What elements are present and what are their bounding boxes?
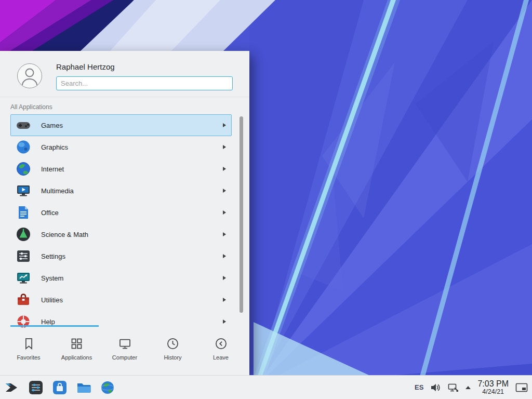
show-desktop-icon xyxy=(515,382,528,393)
list-scrollbar[interactable] xyxy=(240,116,243,313)
grid-icon xyxy=(70,337,84,351)
category-settings[interactable]: Settings xyxy=(10,245,232,267)
section-label: All Applications xyxy=(10,103,52,111)
discover-software-center-icon[interactable] xyxy=(52,380,68,395)
tab-computer[interactable]: Computer xyxy=(104,332,145,370)
application-launcher-menu: Raphael Hertzog All Applications Games G… xyxy=(0,51,249,375)
category-label: Utilities xyxy=(41,296,223,304)
system-monitor-icon xyxy=(15,270,32,286)
gamepad-icon xyxy=(15,117,32,134)
user-avatar xyxy=(17,63,42,88)
taskbar-panel: ES 7:03 PM 4/24/21 xyxy=(0,375,532,399)
category-label: Science & Math xyxy=(41,231,223,238)
network-icon[interactable] xyxy=(448,382,459,393)
sliders-icon xyxy=(15,248,32,264)
paint-sphere-icon xyxy=(15,139,32,155)
desktop: Raphael Hertzog All Applications Games G… xyxy=(0,0,532,399)
keyboard-layout-indicator[interactable]: ES xyxy=(415,383,423,391)
clock-time: 7:03 PM xyxy=(477,379,509,389)
category-utilities[interactable]: Utilities xyxy=(10,289,232,311)
category-system[interactable]: System xyxy=(10,267,232,289)
category-games[interactable]: Games xyxy=(10,114,232,136)
category-multimedia[interactable]: Multimedia xyxy=(10,180,232,202)
expand-tray-icon[interactable] xyxy=(466,386,471,389)
chevron-right-icon xyxy=(223,167,226,171)
tab-label: Applications xyxy=(61,354,92,361)
chevron-right-icon xyxy=(223,276,226,280)
chevron-right-icon xyxy=(223,254,226,258)
taskbar-launchers xyxy=(4,380,115,395)
category-help[interactable]: Help xyxy=(10,311,232,332)
user-name: Raphael Hertzog xyxy=(56,62,115,71)
clock-date: 4/24/21 xyxy=(477,388,509,395)
search-input[interactable] xyxy=(56,76,233,90)
category-label: Settings xyxy=(41,252,223,260)
chevron-right-icon xyxy=(223,210,226,215)
chevron-right-icon xyxy=(223,145,226,149)
bookmark-icon xyxy=(22,337,36,351)
category-label: Help xyxy=(41,318,223,326)
category-graphics[interactable]: Graphics xyxy=(10,136,232,158)
tab-favorites[interactable]: Favorites xyxy=(8,332,49,370)
user-icon xyxy=(18,64,41,87)
tab-label: History xyxy=(164,354,181,361)
leave-icon xyxy=(214,337,228,351)
tab-history[interactable]: History xyxy=(153,332,193,370)
chevron-right-icon xyxy=(223,232,226,236)
tab-leave[interactable]: Leave xyxy=(201,332,241,370)
lifebuoy-icon xyxy=(15,313,32,330)
globe-icon xyxy=(15,161,32,177)
category-internet[interactable]: Internet xyxy=(10,158,232,180)
category-label: Graphics xyxy=(41,143,223,151)
active-tab-indicator xyxy=(10,325,99,327)
launcher-tab-bar: Favorites Applications Computer History … xyxy=(0,332,249,370)
chevron-right-icon xyxy=(223,320,226,324)
category-label: System xyxy=(41,274,223,282)
chevron-right-icon xyxy=(223,123,226,127)
document-icon xyxy=(15,204,32,221)
file-manager-icon[interactable] xyxy=(76,380,91,395)
category-label: Office xyxy=(41,209,223,217)
category-label: Games xyxy=(41,122,223,129)
tab-label: Computer xyxy=(112,354,137,361)
category-list: Games Graphics Internet xyxy=(0,114,249,332)
category-label: Internet xyxy=(41,165,223,173)
tab-applications[interactable]: Applications xyxy=(57,332,97,370)
flask-icon xyxy=(15,226,32,243)
system-settings-app-icon[interactable] xyxy=(28,380,44,395)
category-office[interactable]: Office xyxy=(10,202,232,223)
show-desktop-button[interactable] xyxy=(515,382,528,393)
tab-label: Leave xyxy=(213,354,229,361)
tab-label: Favorites xyxy=(17,354,40,361)
volume-icon[interactable] xyxy=(430,382,441,393)
computer-icon xyxy=(118,337,132,351)
media-player-icon xyxy=(15,182,32,199)
app-launcher-icon[interactable] xyxy=(4,380,20,395)
chevron-right-icon xyxy=(223,298,226,302)
web-browser-icon[interactable] xyxy=(100,380,115,395)
digital-clock[interactable]: 7:03 PM 4/24/21 xyxy=(477,379,509,396)
category-label: Multimedia xyxy=(41,187,223,195)
launcher-header: Raphael Hertzog xyxy=(0,51,249,97)
system-tray: ES 7:03 PM 4/24/21 xyxy=(415,379,528,396)
chevron-right-icon xyxy=(223,189,226,193)
clock-icon xyxy=(166,337,180,351)
category-science-math[interactable]: Science & Math xyxy=(10,223,232,245)
toolbox-icon xyxy=(15,291,32,308)
